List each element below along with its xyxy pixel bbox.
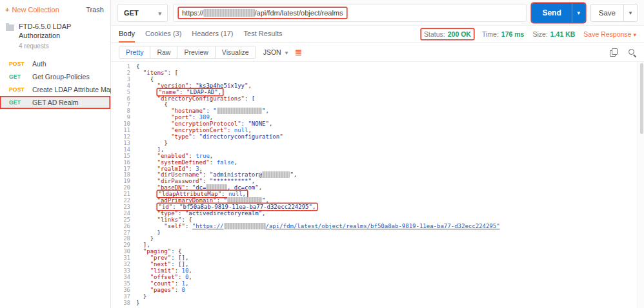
token: }	[164, 140, 167, 146]
tab-body[interactable]: Body	[119, 26, 135, 43]
token: "name"	[159, 89, 180, 95]
token: :	[172, 204, 179, 210]
token: "LDAP-AD"	[186, 89, 218, 95]
token: }	[136, 300, 139, 306]
token: "NONE"	[248, 120, 269, 127]
method-badge: GET	[9, 73, 28, 80]
method-badge: POST	[9, 86, 28, 93]
url-text: https://#############/api/fdm/latest/obj…	[179, 8, 347, 18]
beautify-icon[interactable]	[295, 48, 302, 57]
save-options-button[interactable]	[623, 5, 637, 21]
code-line: 6 "directoryConfigurations": [	[111, 96, 644, 102]
line-number: 6	[111, 96, 136, 102]
tab-cookies-3[interactable]: Cookies (3)	[145, 26, 181, 43]
token: "prev"	[150, 255, 172, 261]
send-button-group: Send	[532, 3, 585, 23]
status-value: 200 OK	[448, 30, 471, 38]
tab-headers-17[interactable]: Headers (17)	[192, 26, 233, 43]
token: ,	[294, 171, 297, 178]
token: null	[228, 191, 243, 197]
code-line: 30 "paging": {	[111, 249, 644, 255]
token: "version"	[157, 82, 189, 89]
line-number: 3	[111, 77, 136, 83]
request-name: Create LDAP Attribute Map	[32, 86, 114, 93]
line-content: }	[136, 300, 139, 307]
postman-app: New Collection Trash FTD-6.5.0 LDAP Auth…	[0, 0, 644, 308]
copy-icon[interactable]	[610, 48, 618, 57]
token: ,	[210, 114, 213, 120]
line-number: 38	[111, 300, 136, 307]
line-number: 5	[111, 90, 136, 96]
token: "baseDN"	[157, 184, 185, 191]
token: "items"	[143, 70, 168, 76]
token: "ldapAttributeMap"	[159, 191, 222, 197]
link-text[interactable]: /api/fdm/latest/object/realms/bf50a8ab-9…	[266, 223, 500, 229]
trash-button[interactable]: Trash	[86, 6, 104, 14]
code-line: 35 "count": 1,	[111, 281, 644, 287]
token: :	[188, 82, 196, 89]
sidebar-request-get-group-policies[interactable]: GETGet Group-Policies	[0, 70, 110, 83]
sidebar-request-create-ldap-attribute-map[interactable]: POSTCreate LDAP Attribute Map	[0, 83, 110, 96]
token: "ks3p4he5ix1yy"	[196, 82, 248, 89]
url-segment: /api/fdm/latest/object/realms	[255, 9, 343, 17]
token: ,	[252, 178, 255, 184]
sidebar-request-get-ad-realm[interactable]: GETGET AD Realm	[0, 96, 110, 109]
view-mode-pretty[interactable]: Pretty	[119, 46, 150, 58]
view-mode-preview[interactable]: Preview	[177, 46, 215, 58]
view-mode-raw[interactable]: Raw	[150, 46, 177, 58]
response-view-bar: PrettyRawPreviewVisualize JSON	[111, 43, 644, 62]
token: : [	[245, 95, 255, 102]
token: ,	[269, 120, 272, 127]
send-button[interactable]: Send	[532, 3, 571, 23]
redacted-text: ##########	[227, 197, 262, 204]
new-collection-button[interactable]: New Collection	[5, 6, 59, 14]
request-name: GET AD Realm	[32, 99, 79, 106]
token: ,	[210, 153, 213, 159]
save-button[interactable]: Save	[591, 5, 623, 21]
token: :	[175, 267, 182, 274]
send-options-button[interactable]	[572, 3, 585, 23]
token: "self"	[164, 223, 185, 229]
token: "enabled"	[157, 153, 189, 159]
token: false	[217, 159, 234, 166]
url-input[interactable]: https://#############/api/fdm/latest/obj…	[173, 4, 527, 22]
code-line: 13 }	[111, 140, 644, 147]
scrollbar-thumb[interactable]	[640, 63, 643, 134]
redacted-text: #############	[203, 9, 255, 17]
token: ,	[234, 159, 237, 166]
chevron-down-icon	[633, 30, 636, 38]
token: true	[196, 153, 210, 159]
sidebar-request-auth[interactable]: POSTAuth	[0, 57, 110, 70]
collection-name: FTD-6.5.0 LDAP Authorization	[19, 23, 105, 41]
method-dropdown[interactable]: GET	[117, 4, 168, 22]
view-mode-visualize[interactable]: Visualize	[216, 46, 256, 58]
token: "activedirectoryrealm"	[185, 210, 262, 217]
line-number: 1	[111, 64, 136, 70]
search-icon[interactable]	[628, 48, 636, 57]
line-number: 16	[111, 160, 136, 166]
token: "directoryconfiguration"	[199, 133, 283, 140]
view-mode-switcher: PrettyRawPreviewVisualize	[119, 46, 256, 59]
collection-item[interactable]: FTD-6.5.0 LDAP Authorization 4 requests	[0, 20, 110, 57]
token: "port"	[171, 114, 192, 120]
token: ,	[262, 210, 265, 217]
time-value: 176 ms	[501, 30, 525, 38]
token: "realmId"	[157, 166, 189, 172]
scrollbar-track	[638, 62, 644, 308]
tab-test-results[interactable]: Test Results	[244, 26, 283, 43]
token: "encryptionCert"	[171, 127, 227, 133]
save-response-button[interactable]: Save Response	[583, 30, 636, 38]
link-text[interactable]: "https://	[192, 223, 224, 229]
language-dropdown[interactable]: JSON	[263, 48, 288, 56]
redacted-text: ######	[206, 184, 227, 191]
annotation-box: "id": "bf50a8ab-9819-11ea-ba77-d32ecc224…	[157, 204, 317, 210]
token: "type"	[171, 133, 192, 140]
token: ,	[248, 82, 251, 89]
line-number: 7	[111, 102, 136, 108]
token: :	[185, 184, 192, 191]
token: :	[192, 133, 199, 140]
token: ,	[199, 166, 203, 172]
code-line: 37 }	[111, 294, 644, 300]
view-bar-actions	[610, 48, 636, 57]
annotation-box: "name": "LDAP-AD",	[157, 89, 223, 95]
